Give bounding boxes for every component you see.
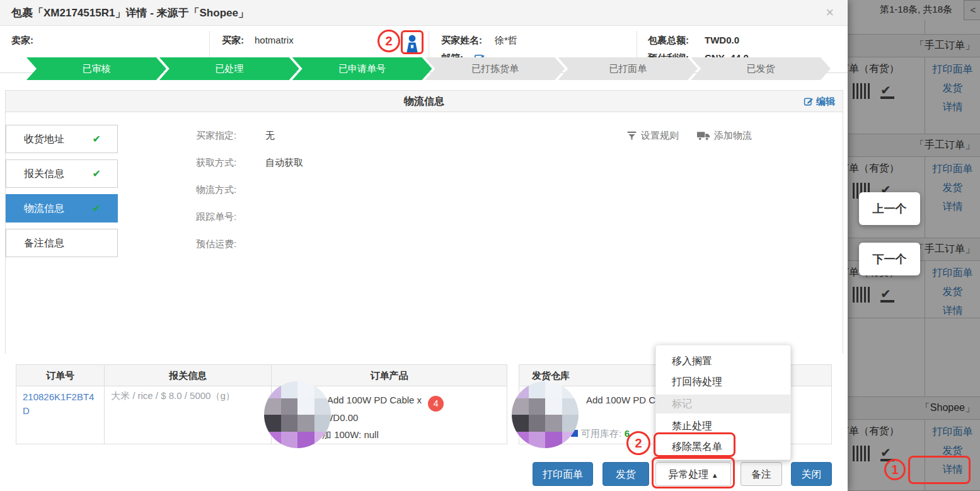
buyer-value: hotmatrix [255,35,294,45]
logistics-section-header: 物流信息 编辑 [6,91,843,112]
print-label-button[interactable]: 打印面单 [533,462,593,486]
seller-label: 卖家: [11,35,33,47]
step-tracking-requested: 已申请单号 [292,57,432,80]
add-logistics-button[interactable]: 添加物流 [697,130,752,142]
menu-item-move-to-hold[interactable]: 移入搁置 [656,350,790,371]
next-package-button[interactable]: 下一个 [859,243,920,275]
nav-shipping-address[interactable]: 收货地址✔ [6,125,118,153]
customs-info-text: 大米 / rice / $ 8.0 / 5000（g） [105,386,271,406]
nav-logistics-info[interactable]: 物流信息✔ [6,194,118,222]
col-order-no: 订单号 [16,365,105,386]
buyer-name-value: 徐*哲 [495,35,517,47]
order-table: 订单号 报关信息 订单产品 210826K1F2BT4D 大米 / rice /… [16,364,507,444]
step-label-printed: 已打面单 [558,57,698,80]
nav-customs-info[interactable]: 报关信息✔ [6,159,118,188]
buyer-name-label: 买家姓名: [441,35,482,47]
order-row: 210826K1F2BT4D 大米 / rice / $ 8.0 / 5000（… [16,386,507,444]
check-icon: ✔ [93,195,101,222]
set-rule-button[interactable]: 设置规则 [626,130,679,142]
field-label: 买家指定: [196,130,236,142]
note-button[interactable]: 备注 [741,462,782,486]
package-total-label: 包裹总额: [648,35,689,47]
col-customs: 报关信息 [105,365,272,386]
field-value: 自动获取 [265,157,303,169]
menu-item-return-to-pending[interactable]: 打回待处理 [656,371,790,392]
annotation-box-detail-link [908,456,971,484]
field-label: 物流方式: [196,184,236,196]
filter-funnel-icon [626,130,637,141]
field-label: 获取方式: [196,157,236,169]
annotation-circle-2-menu: 2 [626,431,650,455]
menu-group-mark: 标记 [656,395,790,413]
product-thumbnail-pixelated [264,381,331,448]
package-status-steps: 已审核 已处理 已申请单号 已打拣货单 已打面单 已发货 [26,57,831,80]
background-package-list-panel: 第1-18条, 共18条 < 「手工订单」 订单（有货） ✔ 打印面单 发货 详… [848,0,980,491]
step-processed: 已处理 [159,57,299,80]
field-label: 预估运费: [196,238,236,250]
field-label: 跟踪单号: [196,211,236,223]
annotation-box-blacklist-icon [401,30,424,54]
annotation-circle-1-detail: 1 [884,459,906,480]
package-total-value: TWD0.0 [705,35,739,45]
close-button[interactable]: 关闭 [791,462,832,486]
stock-label: 可用库存: [581,428,621,439]
logistics-section: 物流信息 编辑 收货地址✔ 报关信息✔ 物流信息✔ 备注信息 买家指定: 无 获… [5,90,843,354]
annotation-box-remove-blacklist [654,432,735,457]
product-attribute: 加 100W: null [322,426,379,444]
check-icon: ✔ [93,160,101,187]
quantity-badge: 4 [428,396,444,412]
annotation-box-exception-button [652,457,735,488]
annotation-circle-2-header: 2 [378,30,400,52]
product-thumbnail-pixelated [512,381,579,448]
step-shipped: 已发货 [691,57,831,80]
check-icon: ✔ [93,125,101,153]
nav-remark-info[interactable]: 备注信息 [6,229,118,257]
section-title: 物流信息 [6,91,843,112]
buyer-label: 买家: [222,35,244,47]
edit-button[interactable]: 编辑 [804,91,835,112]
product-name: Add 100W PD Cable x [327,395,422,405]
order-number-link[interactable]: 210826K1F2BT4D [16,386,104,422]
previous-package-button[interactable]: 上一个 [859,192,920,225]
step-audited: 已审核 [26,57,166,80]
close-icon[interactable]: × [826,4,834,21]
modal-title: 包裹「XM2174515R1」详情 - 来源于「Shopee」 [11,6,249,20]
ship-button[interactable]: 发货 [602,462,649,486]
package-detail-modal: 包裹「XM2174515R1」详情 - 来源于「Shopee」 × 卖家: 买家… [0,0,848,491]
modal-titlebar: 包裹「XM2174515R1」详情 - 来源于「Shopee」 × [0,0,848,26]
product-name: Add 100W PD C [586,391,655,409]
step-picking-printed: 已打拣货单 [425,57,565,80]
truck-icon [697,131,710,141]
field-value: 无 [265,130,275,142]
edit-pencil-icon [804,96,814,107]
